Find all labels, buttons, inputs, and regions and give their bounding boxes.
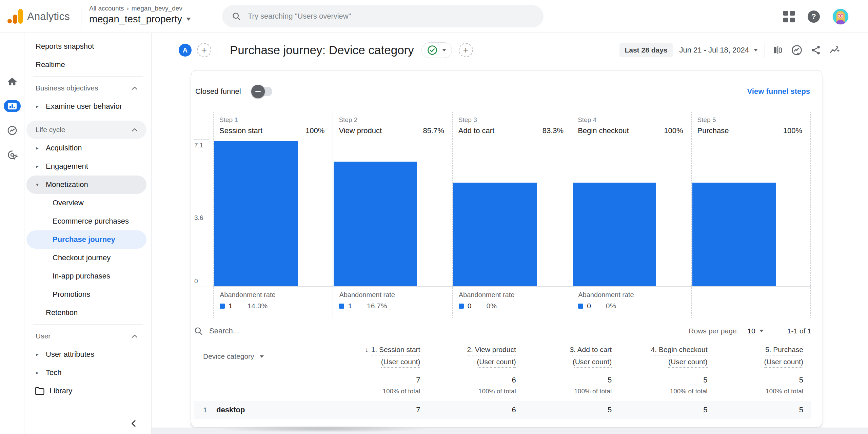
- sidebar-item-ecommerce-purchases[interactable]: Ecommerce purchases: [24, 212, 146, 230]
- analytics-logo-icon[interactable]: [7, 9, 23, 24]
- totals-cell-2: 6100% of total: [428, 370, 524, 401]
- add-collaborator-button[interactable]: +: [197, 43, 211, 57]
- toggle-knob: [251, 85, 265, 98]
- add-report-tab-button[interactable]: +: [459, 43, 473, 57]
- sidebar-section-business-objectives[interactable]: Business objectives: [24, 79, 146, 97]
- funnel-bar-purchase[interactable]: [692, 183, 776, 286]
- date-range-text: Jun 21 - Jul 18, 2024: [679, 46, 749, 55]
- funnel-abandonment: Abandonment rate114.3%Abandonment rate11…: [213, 287, 811, 318]
- funnel-bar-session-start[interactable]: [214, 141, 298, 286]
- user-avatar[interactable]: [833, 9, 848, 24]
- table-row-desktop[interactable]: 1desktop76555: [194, 401, 811, 419]
- sidebar-item-tech[interactable]: ▸Tech: [24, 364, 146, 382]
- rail-reports-icon[interactable]: [0, 100, 24, 112]
- page-title: Purchase journey: Device category: [230, 43, 414, 57]
- collaborator-avatar[interactable]: A: [179, 44, 192, 57]
- totals-cell-1: 7100% of total: [333, 370, 428, 401]
- sidebar-item-library[interactable]: Library: [24, 382, 146, 400]
- sidebar-item-reports-snapshot[interactable]: Reports snapshot: [24, 37, 146, 56]
- funnel-plot: [213, 139, 811, 287]
- rows-per-page-label: Rows per page:: [689, 327, 738, 335]
- chevron-up-icon: [132, 334, 138, 338]
- account-switcher[interactable]: All accounts › megan_bevy_dev megan_test…: [89, 5, 191, 25]
- table-search[interactable]: [194, 326, 689, 336]
- legend-swatch: [220, 304, 225, 309]
- funnel-bar-begin-checkout[interactable]: [573, 183, 656, 286]
- dimension-table: Device category ↓1. Session start(User c…: [194, 343, 811, 419]
- actions-divider: [765, 43, 765, 58]
- legend-swatch: [339, 304, 344, 309]
- breadcrumb-root: All accounts: [89, 5, 124, 12]
- header-divider: [217, 43, 217, 58]
- closed-funnel-toggle[interactable]: [253, 87, 272, 96]
- sidebar-item-checkout-journey[interactable]: Checkout journey: [24, 249, 146, 267]
- rows-per-page-select[interactable]: 10: [747, 327, 763, 335]
- sidebar-item-retention[interactable]: Retention: [24, 304, 146, 322]
- top-app-bar: Analytics All accounts › megan_bevy_dev …: [0, 0, 868, 33]
- y-tick-label: 0: [194, 277, 198, 285]
- sidebar-item-engagement[interactable]: ▸Engagement: [24, 157, 146, 175]
- sidebar-nav: Reports snapshotRealtimeBusiness objecti…: [24, 37, 151, 400]
- sidebar-section-user[interactable]: User: [24, 327, 146, 345]
- global-search[interactable]: [222, 5, 544, 27]
- funnel-step-header-3: Step 3Add to cart83.3%: [452, 112, 572, 139]
- view-funnel-steps-link[interactable]: View funnel steps: [747, 87, 810, 96]
- rail-explore-icon[interactable]: [0, 125, 24, 136]
- rail-advertising-icon[interactable]: [0, 149, 24, 160]
- funnel-bar-cell-3: [452, 139, 572, 286]
- metric-header-1[interactable]: ↓1. Session start(User count): [333, 343, 428, 370]
- sidebar-item-user-attributes[interactable]: ▸User attributes: [24, 345, 146, 364]
- chevron-down-icon: [760, 330, 764, 332]
- sidebar-item-examine-user-behavior[interactable]: ▸Examine user behavior: [24, 97, 146, 116]
- report-status-dropdown[interactable]: [421, 42, 452, 58]
- metric-header-5[interactable]: 5. Purchase(User count): [716, 343, 811, 370]
- help-icon[interactable]: ?: [808, 11, 820, 23]
- totals-cell-4: 5100% of total: [620, 370, 715, 401]
- chevron-down-icon: [186, 18, 191, 21]
- insights-icon[interactable]: [791, 44, 803, 56]
- global-search-input[interactable]: [248, 12, 534, 21]
- funnel-bar-add-to-cart[interactable]: [453, 183, 537, 286]
- sidebar-item-overview[interactable]: Overview: [24, 194, 146, 212]
- share-icon[interactable]: [810, 44, 822, 56]
- dimension-header[interactable]: Device category: [194, 343, 333, 370]
- sidebar-item-in-app-purchases[interactable]: In-app purchases: [24, 267, 146, 285]
- funnel-bar-view-product[interactable]: [334, 162, 417, 286]
- sidebar-section-life-cycle[interactable]: Life cycle: [26, 121, 146, 139]
- chevron-down-icon: [754, 49, 758, 51]
- logo-bar-mid: [13, 15, 17, 24]
- table-header-row: Device category ↓1. Session start(User c…: [194, 343, 811, 370]
- sidebar-divider: [33, 76, 143, 77]
- funnel-steps-header: Step 1Session start100%Step 2View produc…: [213, 112, 811, 139]
- row-value-5: 5: [716, 401, 811, 419]
- metric-header-4[interactable]: 4. Begin checkout(User count): [620, 343, 715, 370]
- sort-descending-icon: ↓: [365, 346, 369, 354]
- triangle-right-icon: ▸: [34, 163, 41, 169]
- sidebar-item-monetization[interactable]: ▾Monetization: [26, 175, 146, 194]
- table-search-input[interactable]: [209, 327, 352, 335]
- rail-home-icon[interactable]: [0, 76, 24, 87]
- apps-grid-icon[interactable]: [783, 11, 795, 22]
- row-value-4: 5: [620, 401, 715, 419]
- metric-header-3[interactable]: 3. Add to cart(User count): [524, 343, 620, 370]
- sidebar-item-acquisition[interactable]: ▸Acquisition: [24, 139, 146, 157]
- sidebar-item-promotions[interactable]: Promotions: [24, 285, 146, 304]
- report-header: A + Purchase journey: Device category +: [179, 42, 473, 59]
- date-range-picker[interactable]: Jun 21 - Jul 18, 2024: [679, 46, 758, 55]
- reports-active-pill: [4, 100, 21, 112]
- funnel-bar-cell-2: [333, 139, 452, 286]
- sidebar-item-purchase-journey[interactable]: Purchase journey: [26, 230, 146, 249]
- sidebar-item-realtime[interactable]: Realtime: [24, 56, 146, 74]
- compare-columns-icon[interactable]: [772, 44, 784, 56]
- funnel-y-axis: 7.13.60: [194, 139, 213, 287]
- product-name: Analytics: [27, 0, 70, 33]
- metric-header-2[interactable]: 2. View product(User count): [428, 343, 524, 370]
- funnel-report-card: Closed funnel View funnel steps 7.13.60 …: [191, 70, 822, 428]
- funnel-step-header-5: Step 5Purchase100%: [691, 112, 811, 139]
- chevron-up-icon: [132, 86, 138, 90]
- sparkline-insights-icon[interactable]: [829, 44, 841, 56]
- sidebar-collapse-button[interactable]: [130, 419, 138, 428]
- legend-swatch: [578, 304, 583, 309]
- main-content: A + Purchase journey: Device category + …: [152, 33, 868, 434]
- pagination-range: 1-1 of 1: [787, 327, 811, 335]
